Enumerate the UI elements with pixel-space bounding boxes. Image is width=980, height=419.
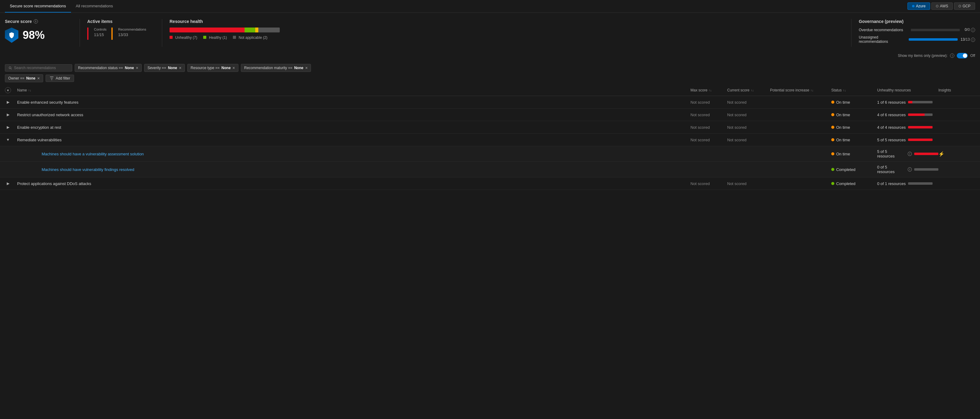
filter-chip-rec-status-close[interactable]: × bbox=[136, 65, 138, 70]
score-value: 98% bbox=[23, 29, 45, 41]
sub-row4a-name[interactable]: Machines should have a vulnerability ass… bbox=[41, 152, 690, 156]
header-current-score[interactable]: Current score ↑↓ bbox=[727, 88, 770, 92]
filter-chip-owner[interactable]: Owner == None × bbox=[5, 74, 43, 82]
health-bar bbox=[170, 27, 280, 32]
gov-unassigned-info-icon[interactable]: i bbox=[971, 38, 975, 42]
gov-unassigned-label: Unassigned recommendations bbox=[859, 35, 906, 44]
recommendations-table: ▼ Name ↑↓ Max score ↑↓ Current score ↑↓ … bbox=[0, 85, 980, 190]
table-row: ▶ Protect applications against DDoS atta… bbox=[0, 178, 980, 190]
header-section: Secure score i 98% Active items Controls… bbox=[0, 13, 980, 52]
sub-row4b-name[interactable]: Machines should have vulnerability findi… bbox=[41, 167, 690, 172]
show-my-items-toggle[interactable] bbox=[957, 53, 968, 59]
filter-chip-rec-status[interactable]: Recommendation status == None × bbox=[75, 64, 142, 72]
header-potential-score[interactable]: Potential score increase ↑↓ bbox=[770, 88, 831, 92]
search-box[interactable] bbox=[5, 64, 72, 71]
table-row: ▶ Restrict unauthorized network access N… bbox=[0, 109, 980, 121]
header-status[interactable]: Status ↑↓ bbox=[831, 88, 877, 92]
search-input[interactable] bbox=[14, 66, 69, 70]
row5-bar-gray bbox=[908, 182, 932, 185]
table-row: Machines should have vulnerability findi… bbox=[0, 162, 980, 178]
row1-current-score: Not scored bbox=[727, 100, 770, 105]
unhealthy-bar bbox=[170, 27, 245, 32]
secure-score-info-icon[interactable]: i bbox=[33, 19, 38, 24]
row4-status: On time bbox=[831, 138, 877, 142]
header-max-score[interactable]: Max score ↑↓ bbox=[690, 88, 727, 92]
sub-row4a-insights-icon: ⚡ bbox=[939, 151, 975, 157]
filter-chip-owner-close[interactable]: × bbox=[37, 76, 40, 81]
row5-unhealthy: 0 of 1 resources bbox=[877, 181, 939, 186]
row4-bar-fill bbox=[908, 138, 932, 141]
filter-chip-severity[interactable]: Severity == None × bbox=[144, 64, 185, 72]
aws-dot bbox=[936, 5, 939, 7]
expand-btn-row1[interactable]: ▶ bbox=[5, 99, 11, 105]
filter-chip-resource-type-close[interactable]: × bbox=[232, 65, 235, 70]
row1-status-dot bbox=[831, 101, 834, 104]
cloud-btn-azure[interactable]: Azure bbox=[907, 2, 930, 10]
expand-btn-row5[interactable]: ▶ bbox=[5, 181, 11, 187]
na-bar bbox=[258, 27, 280, 32]
gov-overdue-bar bbox=[911, 29, 960, 31]
gov-unassigned-bar bbox=[909, 38, 958, 41]
filter-chip-severity-label: Severity == bbox=[148, 66, 166, 70]
governance-card: Governance (preview) Overdue recommendat… bbox=[859, 19, 975, 47]
row1-name: Enable enhanced security features bbox=[17, 100, 690, 105]
sub-row4b-bar-gray bbox=[914, 168, 939, 171]
filter-chip-rec-maturity-close[interactable]: × bbox=[305, 65, 308, 70]
row3-unhealthy: 4 of 4 resources bbox=[877, 125, 939, 130]
legend-dot-red bbox=[170, 36, 173, 39]
row4-status-dot bbox=[831, 138, 834, 141]
show-my-items-state: Off bbox=[970, 54, 975, 58]
row1-unhealthy: 1 of 6 resources bbox=[877, 100, 939, 105]
gov-overdue-row: Overdue recommendations 0/0 i bbox=[859, 27, 975, 32]
score-display: 98% bbox=[5, 27, 72, 43]
gov-unassigned-row: Unassigned recommendations 13/13 i bbox=[859, 35, 975, 44]
secure-score-card: Secure score i 98% bbox=[5, 19, 72, 47]
controls-value: 11/15 bbox=[94, 31, 107, 38]
expand-btn-row4[interactable]: ▼ bbox=[5, 137, 11, 143]
tab-secure-score-recommendations[interactable]: Secure score recommendations bbox=[5, 0, 71, 13]
sub-row4a-info-icon[interactable]: i bbox=[908, 152, 912, 156]
gov-overdue-info-icon[interactable]: i bbox=[971, 28, 975, 32]
row2-bar-fill bbox=[908, 113, 924, 116]
cloud-btn-aws[interactable]: AWS bbox=[931, 2, 953, 10]
expand-btn-row3[interactable]: ▶ bbox=[5, 124, 11, 130]
health-legend: Unhealthy (7) Healthy (1) Not applicable… bbox=[170, 35, 844, 40]
search-icon bbox=[8, 66, 12, 70]
gov-overdue-label: Overdue recommendations bbox=[859, 28, 908, 32]
controls-bar bbox=[87, 27, 88, 40]
table-row: ▶ Enable enhanced security features Not … bbox=[0, 96, 980, 109]
filter-chip-owner-value: None bbox=[26, 76, 35, 81]
name-sort-icon: ↑↓ bbox=[28, 89, 31, 92]
row4-max-score: Not scored bbox=[690, 138, 727, 142]
filter-chip-resource-type-value: None bbox=[221, 66, 231, 70]
gov-unassigned-count: 13/13 i bbox=[961, 37, 975, 42]
sub-row4b-info-icon[interactable]: i bbox=[908, 167, 912, 171]
row2-name: Restrict unauthorized network access bbox=[17, 113, 690, 117]
recommendations-bar bbox=[111, 27, 113, 40]
controls-item: Controls 11/15 bbox=[87, 27, 107, 40]
header-name[interactable]: Name ↑↓ bbox=[17, 88, 690, 92]
sub-row4b-mini-bar bbox=[914, 168, 939, 171]
sub-row4a-status: On time bbox=[831, 152, 877, 156]
filter-chip-resource-type-label: Resource type == bbox=[191, 66, 220, 70]
row5-status: Completed bbox=[831, 181, 877, 186]
add-filter-button[interactable]: Add filter bbox=[46, 75, 74, 82]
row1-bar-gray bbox=[912, 101, 932, 103]
governance-title: Governance (preview) bbox=[859, 19, 975, 24]
filter-chip-rec-maturity[interactable]: Recommendation maturity == None × bbox=[241, 64, 311, 72]
filter-chip-rec-status-value: None bbox=[125, 66, 134, 70]
recommendations-item: Recommendations 13/33 bbox=[111, 27, 146, 40]
show-my-items-row: Show my items only (preview): i Off bbox=[0, 52, 980, 62]
active-items-title: Active items bbox=[87, 19, 154, 24]
cloud-selector: Azure AWS GCP bbox=[907, 2, 975, 10]
cloud-btn-gcp[interactable]: GCP bbox=[954, 2, 975, 10]
filter-chip-severity-close[interactable]: × bbox=[179, 65, 181, 70]
add-filter-label: Add filter bbox=[56, 76, 70, 81]
expand-btn-row2[interactable]: ▶ bbox=[5, 112, 11, 118]
tab-all-recommendations[interactable]: All recommendations bbox=[71, 0, 118, 13]
recommendations-value: 13/33 bbox=[118, 31, 146, 38]
header-insights: Insights bbox=[939, 88, 975, 92]
row5-mini-bar bbox=[908, 182, 932, 185]
filter-chip-resource-type[interactable]: Resource type == None × bbox=[187, 64, 239, 72]
show-my-items-info-icon[interactable]: i bbox=[950, 54, 954, 58]
